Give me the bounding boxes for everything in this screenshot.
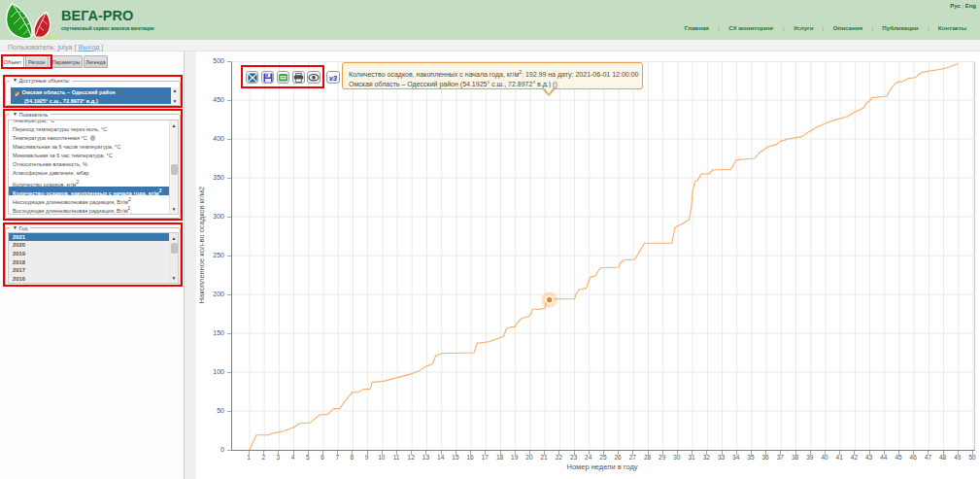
svg-text:v3: v3 [329, 75, 337, 82]
